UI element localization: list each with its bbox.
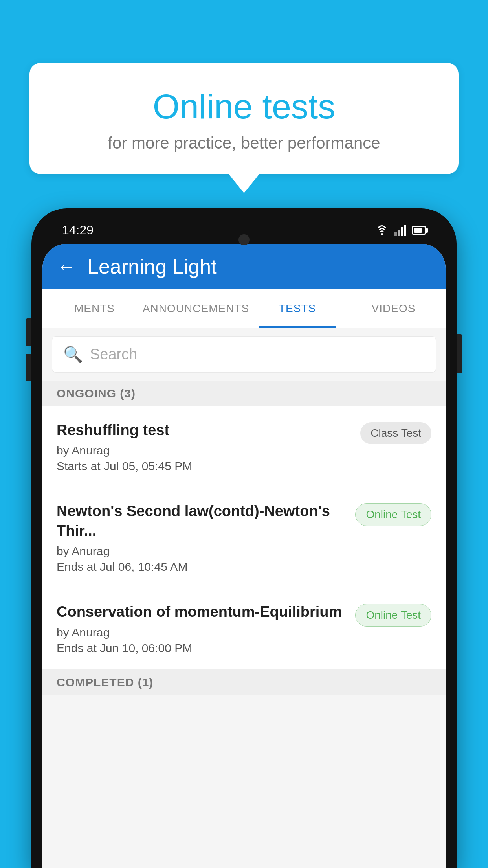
test-author-conservation: by Anurag bbox=[57, 626, 347, 639]
svg-rect-2 bbox=[398, 230, 400, 236]
ongoing-title: ONGOING (3) bbox=[57, 387, 136, 400]
test-name-conservation: Conservation of momentum-Equilibrium bbox=[57, 602, 347, 622]
test-author-newton: by Anurag bbox=[57, 544, 347, 558]
app-header: ← Learning Light bbox=[42, 244, 446, 289]
test-badge-online-conservation: Online Test bbox=[355, 604, 431, 627]
tab-bar: MENTS ANNOUNCEMENTS TESTS VIDEOS bbox=[42, 289, 446, 328]
volume-down-button[interactable] bbox=[26, 354, 31, 381]
phone-notch bbox=[209, 219, 279, 241]
test-time-conservation: Ends at Jun 10, 06:00 PM bbox=[57, 642, 347, 655]
signal-icon bbox=[394, 225, 406, 236]
status-time: 14:29 bbox=[62, 223, 94, 237]
bubble-subtitle: for more practice, better performance bbox=[49, 134, 439, 153]
test-time-reshuffling: Starts at Jul 05, 05:45 PM bbox=[57, 460, 352, 473]
ongoing-section-header: ONGOING (3) bbox=[42, 381, 446, 406]
test-item-conservation[interactable]: Conservation of momentum-Equilibrium by … bbox=[42, 588, 446, 669]
test-item-content-newton: Newton's Second law(contd)-Newton's Thir… bbox=[57, 502, 347, 574]
test-item-newton[interactable]: Newton's Second law(contd)-Newton's Thir… bbox=[42, 487, 446, 588]
search-bar[interactable]: 🔍 Search bbox=[52, 336, 436, 373]
svg-rect-1 bbox=[394, 232, 397, 236]
test-time-newton: Ends at Jul 06, 10:45 AM bbox=[57, 560, 347, 574]
search-input[interactable]: Search bbox=[90, 346, 137, 363]
test-item-reshuffling[interactable]: Reshuffling test by Anurag Starts at Jul… bbox=[42, 406, 446, 487]
tab-videos[interactable]: VIDEOS bbox=[345, 289, 442, 328]
test-author-reshuffling: by Anurag bbox=[57, 444, 352, 457]
status-icons bbox=[375, 225, 426, 236]
camera-icon bbox=[238, 234, 250, 245]
svg-rect-4 bbox=[404, 225, 406, 236]
phone-frame: 14:29 ← Learning Light bbox=[31, 208, 457, 868]
test-badge-online-newton: Online Test bbox=[355, 503, 431, 526]
test-badge-class: Class Test bbox=[360, 422, 431, 444]
test-item-content: Reshuffling test by Anurag Starts at Jul… bbox=[57, 421, 352, 473]
tab-tests[interactable]: TESTS bbox=[249, 289, 345, 328]
tab-ments[interactable]: MENTS bbox=[46, 289, 143, 328]
test-item-content-conservation: Conservation of momentum-Equilibrium by … bbox=[57, 602, 347, 655]
test-name-newton: Newton's Second law(contd)-Newton's Thir… bbox=[57, 502, 347, 541]
phone-screen: ← Learning Light MENTS ANNOUNCEMENTS TES… bbox=[42, 244, 446, 868]
test-name-reshuffling: Reshuffling test bbox=[57, 421, 352, 440]
tab-announcements[interactable]: ANNOUNCEMENTS bbox=[143, 289, 249, 328]
search-icon: 🔍 bbox=[63, 345, 83, 364]
wifi-icon bbox=[375, 225, 389, 236]
battery-icon bbox=[412, 226, 426, 235]
test-list: Reshuffling test by Anurag Starts at Jul… bbox=[42, 406, 446, 669]
app-title: Learning Light bbox=[87, 255, 217, 278]
bubble-title: Online tests bbox=[49, 86, 439, 127]
back-button[interactable]: ← bbox=[57, 255, 76, 278]
volume-up-button[interactable] bbox=[26, 318, 31, 346]
power-button[interactable] bbox=[457, 334, 462, 373]
completed-title: COMPLETED (1) bbox=[57, 676, 153, 689]
svg-point-0 bbox=[381, 233, 383, 235]
svg-rect-3 bbox=[401, 227, 403, 236]
speech-bubble: Online tests for more practice, better p… bbox=[29, 63, 459, 174]
completed-section-header: COMPLETED (1) bbox=[42, 669, 446, 695]
